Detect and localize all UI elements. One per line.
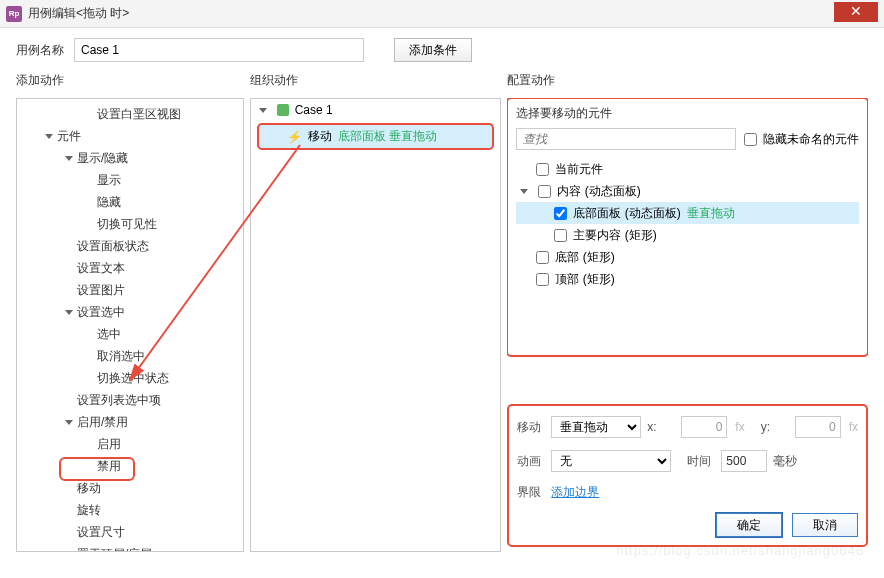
- configure-panel: 选择要移动的元件 隐藏未命名的元件 当前元件内容 (动态面板)底部面板 (动态面…: [507, 98, 868, 552]
- configure-header: 配置动作: [507, 72, 868, 94]
- search-input[interactable]: [516, 128, 736, 150]
- y-input[interactable]: [795, 416, 841, 438]
- fx-x[interactable]: fx: [735, 420, 744, 434]
- move-settings-box: 移动 垂直拖动 x: fx y: fx 动画 无 时间 毫秒: [507, 404, 868, 547]
- anim-type-select[interactable]: 无: [551, 450, 671, 472]
- action-item-label: 切换可见性: [97, 216, 157, 233]
- widget-checkbox[interactable]: [536, 273, 549, 286]
- add-bounds-link[interactable]: 添加边界: [551, 484, 599, 501]
- action-item[interactable]: 显示/隐藏: [17, 147, 243, 169]
- action-item-label: 切换选中状态: [97, 370, 169, 387]
- action-row[interactable]: ⚡ 移动 底部面板 垂直拖动: [257, 123, 495, 150]
- action-item[interactable]: 切换选中状态: [17, 367, 243, 389]
- action-item-label: 置于顶层/底层: [77, 546, 152, 553]
- widget-label: 底部面板 (动态面板): [573, 205, 680, 222]
- close-button[interactable]: ✕: [834, 2, 878, 22]
- add-condition-button[interactable]: 添加条件: [394, 38, 472, 62]
- ok-button[interactable]: 确定: [716, 513, 782, 537]
- action-item[interactable]: 隐藏: [17, 191, 243, 213]
- action-item-label: 设置面板状态: [77, 238, 149, 255]
- action-item[interactable]: 取消选中: [17, 345, 243, 367]
- action-item[interactable]: 禁用: [17, 455, 243, 477]
- action-item[interactable]: 显示: [17, 169, 243, 191]
- action-item-label: 启用/禁用: [77, 414, 128, 431]
- fx-y[interactable]: fx: [849, 420, 858, 434]
- widget-item[interactable]: 底部面板 (动态面板) 垂直拖动: [516, 202, 859, 224]
- action-item[interactable]: 元件: [17, 125, 243, 147]
- action-item[interactable]: 启用/禁用: [17, 411, 243, 433]
- move-type-select[interactable]: 垂直拖动: [551, 416, 641, 438]
- widget-checkbox[interactable]: [538, 185, 551, 198]
- organize-header: 组织动作: [250, 72, 502, 94]
- action-item[interactable]: 设置文本: [17, 257, 243, 279]
- widget-item[interactable]: 底部 (矩形): [516, 246, 859, 268]
- action-item-label: 设置文本: [77, 260, 125, 277]
- action-target: 底部面板 垂直拖动: [338, 128, 437, 145]
- case-row[interactable]: Case 1: [251, 99, 501, 121]
- action-item[interactable]: 设置面板状态: [17, 235, 243, 257]
- action-item-label: 设置列表选中项: [77, 392, 161, 409]
- add-actions-column: 添加动作 设置白垩区视图元件显示/隐藏显示隐藏切换可见性设置面板状态设置文本设置…: [16, 72, 244, 552]
- case-name-label: 用例名称: [16, 42, 64, 59]
- organize-panel[interactable]: Case 1 ⚡ 移动 底部面板 垂直拖动: [250, 98, 502, 552]
- hide-unnamed-checkbox[interactable]: [744, 133, 757, 146]
- ms-label: 毫秒: [773, 453, 797, 470]
- y-label: y:: [761, 420, 789, 434]
- action-label: 移动: [308, 128, 332, 145]
- action-item-label: 禁用: [97, 458, 121, 475]
- widget-suffix: 垂直拖动: [687, 205, 735, 222]
- action-item-label: 取消选中: [97, 348, 145, 365]
- action-item[interactable]: 置于顶层/底层: [17, 543, 243, 552]
- select-widget-title: 选择要移动的元件: [516, 105, 859, 122]
- hide-unnamed-row[interactable]: 隐藏未命名的元件: [744, 128, 859, 150]
- x-label: x:: [647, 420, 675, 434]
- action-item[interactable]: 选中: [17, 323, 243, 345]
- action-tree-panel[interactable]: 设置白垩区视图元件显示/隐藏显示隐藏切换可见性设置面板状态设置文本设置图片设置选…: [16, 98, 244, 552]
- case-icon: [277, 104, 289, 116]
- action-item-label: 设置选中: [77, 304, 125, 321]
- anim-label: 动画: [517, 453, 545, 470]
- titlebar: Rp 用例编辑<拖动 时> ✕: [0, 0, 884, 28]
- widget-checkbox[interactable]: [536, 251, 549, 264]
- caret-down-icon: [65, 552, 73, 553]
- widget-item[interactable]: 内容 (动态面板): [516, 180, 859, 202]
- action-item[interactable]: 设置白垩区视图: [17, 103, 243, 125]
- bounds-label: 界限: [517, 484, 545, 501]
- add-actions-header: 添加动作: [16, 72, 244, 94]
- hide-unnamed-label: 隐藏未命名的元件: [763, 131, 859, 148]
- action-item[interactable]: 设置选中: [17, 301, 243, 323]
- widget-checkbox[interactable]: [536, 163, 549, 176]
- widget-selector-box: 选择要移动的元件 隐藏未命名的元件 当前元件内容 (动态面板)底部面板 (动态面…: [507, 98, 868, 357]
- caret-down-icon: [45, 134, 53, 139]
- widget-item[interactable]: 顶部 (矩形): [516, 268, 859, 290]
- action-item[interactable]: 设置列表选中项: [17, 389, 243, 411]
- organize-column: 组织动作 Case 1 ⚡ 移动 底部面板 垂直拖动: [250, 72, 502, 552]
- widget-checkbox[interactable]: [554, 229, 567, 242]
- configure-column: 配置动作 选择要移动的元件 隐藏未命名的元件 当前元件内容 (动态面板)底部面板…: [507, 72, 868, 552]
- action-item[interactable]: 设置尺寸: [17, 521, 243, 543]
- widget-label: 顶部 (矩形): [555, 271, 614, 288]
- action-item[interactable]: 启用: [17, 433, 243, 455]
- widget-label: 主要内容 (矩形): [573, 227, 656, 244]
- action-item[interactable]: 移动: [17, 477, 243, 499]
- cancel-button[interactable]: 取消: [792, 513, 858, 537]
- action-item-label: 设置白垩区视图: [97, 106, 181, 123]
- app-icon: Rp: [6, 6, 22, 22]
- widget-label: 当前元件: [555, 161, 603, 178]
- action-item-label: 设置图片: [77, 282, 125, 299]
- toolbar: 用例名称 添加条件: [0, 28, 884, 72]
- action-item[interactable]: 切换可见性: [17, 213, 243, 235]
- action-item-label: 选中: [97, 326, 121, 343]
- caret-down-icon: [65, 420, 73, 425]
- widget-label: 内容 (动态面板): [557, 183, 640, 200]
- widget-tree: 当前元件内容 (动态面板)底部面板 (动态面板) 垂直拖动主要内容 (矩形)底部…: [516, 158, 859, 290]
- widget-item[interactable]: 当前元件: [516, 158, 859, 180]
- time-input[interactable]: [721, 450, 767, 472]
- widget-item[interactable]: 主要内容 (矩形): [516, 224, 859, 246]
- action-item[interactable]: 旋转: [17, 499, 243, 521]
- action-item[interactable]: 设置图片: [17, 279, 243, 301]
- case-name-input[interactable]: [74, 38, 364, 62]
- caret-down-icon: [520, 189, 528, 194]
- x-input[interactable]: [681, 416, 727, 438]
- widget-checkbox[interactable]: [554, 207, 567, 220]
